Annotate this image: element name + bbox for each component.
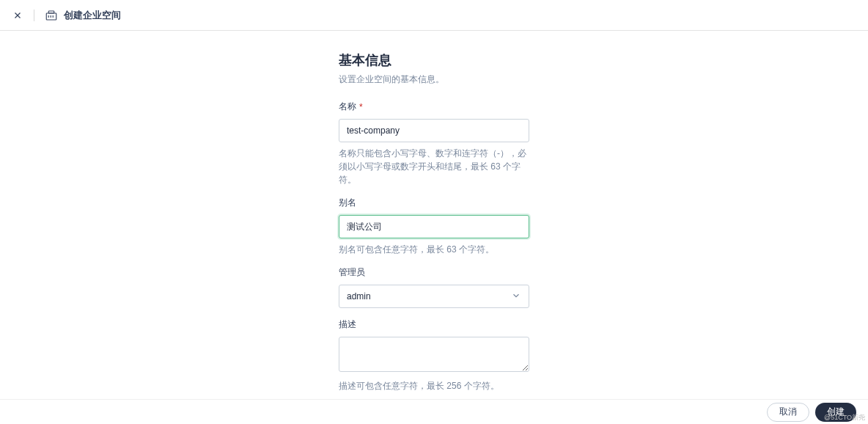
alias-input[interactable] (339, 215, 529, 238)
form-group-alias: 别名 别名可包含任意字符，最长 63 个字符。 (339, 197, 529, 256)
name-label: 名称 * (339, 100, 529, 113)
description-help: 描述可包含任意字符，最长 256 个字符。 (339, 379, 529, 392)
name-input[interactable] (339, 119, 529, 142)
header-divider (34, 10, 34, 21)
admin-select[interactable]: admin (339, 285, 529, 308)
close-icon[interactable] (12, 10, 23, 21)
dialog-title: 创建企业空间 (64, 9, 121, 22)
section-title: 基本信息 (339, 51, 529, 69)
alias-label: 别名 (339, 197, 529, 209)
admin-label: 管理员 (339, 266, 529, 279)
svg-rect-2 (46, 13, 56, 20)
form-container: 基本信息 设置企业空间的基本信息。 名称 * 名称只能包含小写字母、数字和连字符… (339, 51, 529, 399)
alias-help: 别名可包含任意字符，最长 63 个字符。 (339, 243, 529, 256)
description-label: 描述 (339, 318, 529, 331)
name-help: 名称只能包含小写字母、数字和连字符（-），必须以小写字母或数字开头和结尾，最长 … (339, 147, 529, 186)
watermark: @51CTO新尧 (824, 413, 865, 423)
form-group-description: 描述 描述可包含任意字符，最长 256 个字符。 (339, 318, 529, 392)
description-textarea[interactable] (339, 337, 529, 372)
required-mark: * (359, 102, 363, 112)
workspace-icon (45, 9, 58, 22)
section-subtitle: 设置企业空间的基本信息。 (339, 73, 529, 86)
chevron-down-icon (511, 290, 521, 303)
dialog-footer: 取消 创建 (0, 399, 868, 424)
svg-rect-3 (48, 11, 54, 13)
dialog-header: 创建企业空间 (0, 0, 868, 31)
cancel-button[interactable]: 取消 (767, 403, 809, 422)
form-group-name: 名称 * 名称只能包含小写字母、数字和连字符（-），必须以小写字母或数字开头和结… (339, 100, 529, 186)
dialog-content: 基本信息 设置企业空间的基本信息。 名称 * 名称只能包含小写字母、数字和连字符… (0, 31, 868, 399)
form-group-admin: 管理员 admin (339, 266, 529, 308)
